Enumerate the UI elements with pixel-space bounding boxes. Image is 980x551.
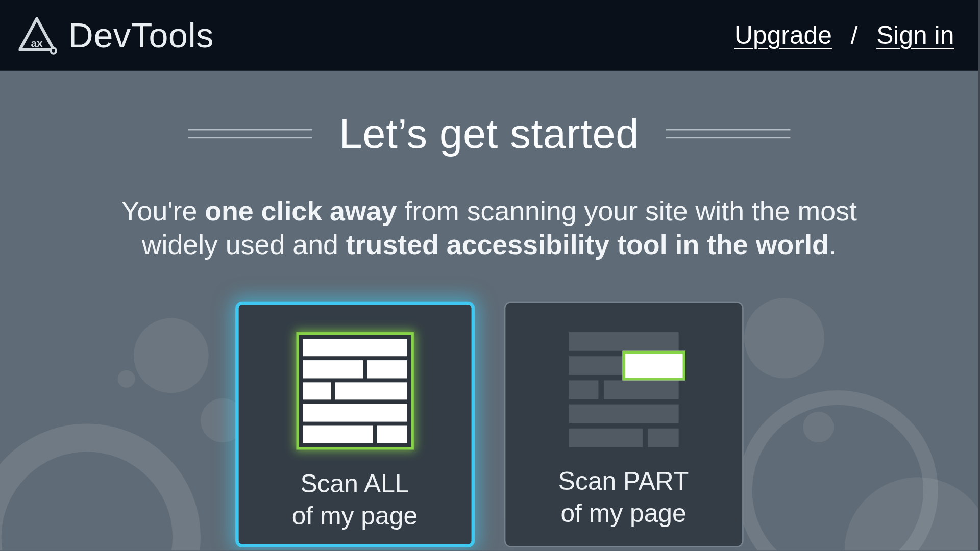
separator: / [851, 21, 858, 49]
scan-part-card[interactable]: Scan PART of my page [504, 302, 743, 547]
subtitle-bold: one click away [205, 196, 397, 227]
scan-all-card[interactable]: Scan ALL of my page [235, 302, 474, 547]
scan-all-label: Scan ALL of my page [292, 468, 418, 532]
signin-link[interactable]: Sign in [876, 21, 954, 49]
decorative-rule-right [666, 129, 790, 138]
subtitle-bold: trusted accessibility tool in the world [346, 229, 829, 260]
brand-name: DevTools [68, 15, 214, 56]
subtitle-part: . [829, 229, 837, 260]
header-links: Upgrade / Sign in [734, 21, 954, 49]
scan-all-illustration-icon [296, 332, 414, 450]
decorative-rule-left [188, 129, 312, 138]
card-label-line: Scan ALL [300, 470, 409, 498]
subtitle: You're one click away from scanning your… [94, 194, 884, 261]
brand: ax DevTools [16, 15, 214, 56]
svg-text:ax: ax [31, 37, 43, 49]
header: ax DevTools Upgrade / Sign in [0, 0, 980, 71]
card-label-line: Scan PART [558, 467, 689, 495]
svg-point-1 [51, 48, 56, 53]
page-title: Let’s get started [339, 110, 639, 157]
selection-highlight-icon [622, 351, 685, 381]
main: Let’s get started You're one click away … [0, 71, 980, 551]
card-label-line: of my page [292, 502, 418, 530]
scan-part-label: Scan PART of my page [558, 466, 689, 529]
scan-part-illustration-icon [569, 332, 678, 447]
cards: Scan ALL of my page Scan PART of my page [0, 302, 978, 547]
subtitle-part: You're [121, 196, 205, 227]
title-row: Let’s get started [0, 110, 978, 157]
axe-logo-icon: ax [16, 16, 57, 55]
card-label-line: of my page [560, 499, 686, 527]
upgrade-link[interactable]: Upgrade [734, 21, 832, 49]
